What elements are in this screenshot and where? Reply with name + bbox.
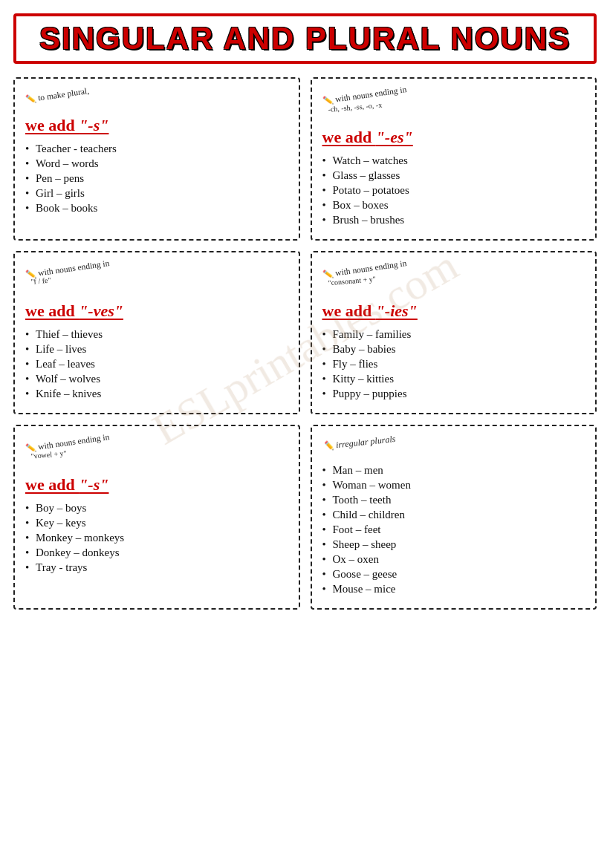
rule-add-s: we add "-s" [25, 116, 288, 135]
card-add-s: ✏️ to make plural, we add "-s" Teacher -… [13, 77, 300, 241]
list-item: Potato – potatoes [322, 184, 585, 197]
list-item: Box – boxes [322, 199, 585, 212]
list-item: Sheep – sheep [322, 538, 585, 551]
word-list-add-es: Watch – watches Glass – glasses Potato –… [322, 154, 585, 226]
card-add-s-vowel: ✏️ with nouns ending in "vowel + y" we a… [13, 425, 300, 610]
card-note-irregular-line1: ✏️ irregular plurals [322, 433, 396, 453]
rule-add-es: we add "-es" [322, 128, 585, 147]
list-item: Key – keys [25, 517, 288, 529]
list-item: Woman – women [322, 479, 585, 492]
list-item: Man – men [322, 464, 585, 477]
word-list-add-ies: Family – families Baby – babies Fly – fl… [322, 328, 585, 400]
word-list-add-ves: Thief – thieves Life – lives Leaf – leav… [25, 328, 288, 400]
list-item: Donkey – donkeys [25, 546, 288, 559]
list-item: Glass – glasses [322, 169, 585, 182]
word-list-irregular: Man – men Woman – women Tooth – teeth Ch… [322, 464, 585, 595]
list-item: Child – children [322, 509, 585, 521]
list-item: Brush – brushes [322, 214, 585, 226]
card-note-add-ves-line2: "f / fe" [25, 275, 51, 288]
rule-add-s-vowel: we add "-s" [25, 475, 288, 495]
list-item: Girl – girls [25, 187, 288, 200]
cards-grid: ✏️ to make plural, we add "-s" Teacher -… [13, 77, 597, 610]
page-title: Singular and Plural Nouns [13, 13, 597, 64]
list-item: Kitty – kitties [322, 373, 585, 385]
card-irregular: ✏️ irregular plurals Man – men Woman – w… [311, 425, 597, 610]
card-add-ies: ✏️ with nouns ending in "consonant + y" … [311, 251, 597, 414]
list-item: Puppy – puppies [322, 388, 585, 400]
list-item: Boy – boys [25, 502, 288, 515]
card-note-add-s-vowel-line2: "vowel + y" [25, 448, 67, 463]
word-list-add-s: Teacher - teachers Word – words Pen – pe… [25, 143, 288, 215]
card-add-es: ✏️ with nouns ending in -ch, -sh, -ss, -… [311, 77, 597, 241]
list-item: Book – books [25, 202, 288, 215]
list-item: Pen – pens [25, 172, 288, 185]
card-note-add-s-line1: ✏️ to make plural, [25, 85, 90, 105]
list-item: Leaf – leaves [25, 358, 288, 371]
list-item: Monkey – monkeys [25, 532, 288, 544]
list-item: Fly – flies [322, 358, 585, 371]
list-item: Teacher - teachers [25, 143, 288, 155]
rule-add-ies: we add "-ies" [322, 301, 585, 321]
card-add-ves: ✏️ with nouns ending in "f / fe" we add … [13, 251, 300, 414]
list-item: Tooth – teeth [322, 494, 585, 506]
list-item: Family – families [322, 328, 585, 341]
list-item: Watch – watches [322, 154, 585, 167]
list-item: Foot – feet [322, 523, 585, 536]
list-item: Mouse – mice [322, 583, 585, 595]
list-item: Goose – geese [322, 568, 585, 581]
rule-add-ves: we add "-ves" [25, 301, 288, 321]
list-item: Thief – thieves [25, 328, 288, 341]
list-item: Baby – babies [322, 343, 585, 356]
list-item: Life – lives [25, 343, 288, 356]
list-item: Ox – oxen [322, 553, 585, 566]
list-item: Knife – knives [25, 388, 288, 400]
word-list-add-s-vowel: Boy – boys Key – keys Monkey – monkeys D… [25, 502, 288, 574]
list-item: Tray - trays [25, 561, 288, 574]
list-item: Wolf – wolves [25, 373, 288, 385]
list-item: Word – words [25, 157, 288, 170]
